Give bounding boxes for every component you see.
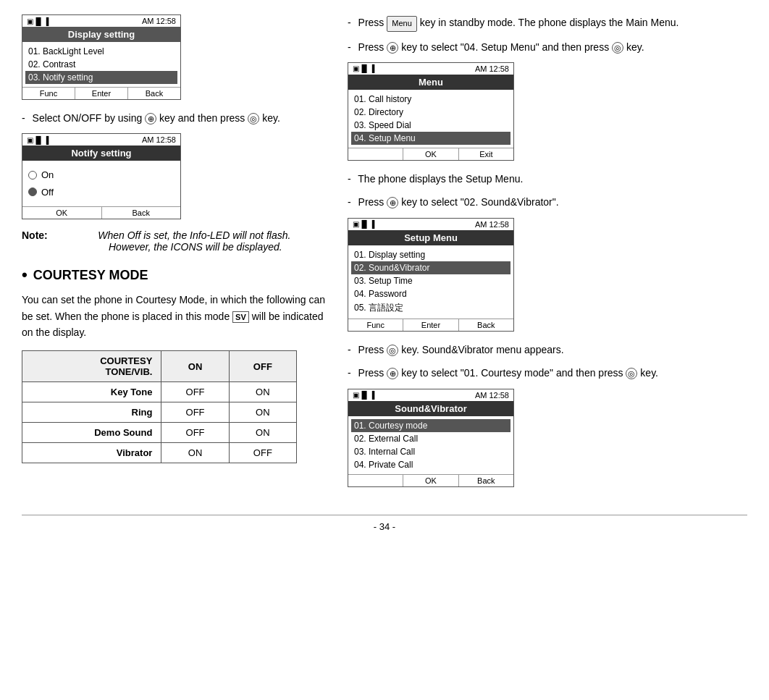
- list-item: 02. External Call: [354, 432, 508, 445]
- courtesy-mode-heading: COURTESY MODE: [22, 266, 326, 284]
- display-setting-screen: ▣▐▌▐ AM 12:58 Display setting 01. BackLi…: [22, 14, 181, 100]
- screen-time-1: AM 12:58: [142, 17, 176, 25]
- menu-title: Menu: [348, 75, 513, 90]
- keytone-on: OFF: [161, 382, 229, 402]
- footer-ok-menu[interactable]: OK: [403, 148, 458, 160]
- courtesy-body-text: You can set the phone in Courtesy Mode, …: [22, 292, 326, 340]
- bullet-press-menu: - Press Menu key in standby mode. The ph…: [348, 14, 747, 32]
- note-text-line1: When Off is set, the Info-LED will not f…: [98, 229, 290, 241]
- sound-vibrator-title: Sound&Vibrator: [348, 401, 513, 416]
- screen-header-sv: ▣▐▌▐ AM 12:58: [348, 389, 513, 401]
- screen-header-menu: ▣▐▌▐ AM 12:58: [348, 63, 513, 75]
- nav-icon-1: ⊕: [145, 113, 156, 125]
- table-row: Ring OFF ON: [22, 402, 297, 423]
- screen-time-sv: AM 12:58: [475, 391, 509, 400]
- footer-ok-notify[interactable]: OK: [22, 207, 102, 219]
- courtesy-table: COURTESYTONE/VIB. ON OFF Key Tone OFF ON…: [22, 350, 297, 463]
- footer-exit-menu[interactable]: Exit: [459, 148, 513, 160]
- menu-body: 01. Call history 02. Directory 03. Speed…: [348, 90, 513, 148]
- left-column: ▣▐▌▐ AM 12:58 Display setting 01. BackLi…: [22, 14, 326, 497]
- status-icons-setup: ▣▐▌▐: [353, 220, 374, 228]
- screen-footer-sv: OK Back: [348, 474, 513, 486]
- bullet-select-onoff: - Select ON/OFF by using ⊕ key and then …: [22, 110, 326, 126]
- table-header-courtesy: COURTESYTONE/VIB.: [22, 351, 161, 382]
- vibrator-off: OFF: [229, 443, 296, 463]
- table-row: Key Tone OFF ON: [22, 382, 297, 402]
- table-header-on: ON: [161, 351, 229, 382]
- footer-enter-setup[interactable]: Enter: [403, 319, 458, 331]
- radio-empty-icon: [28, 171, 37, 180]
- radio-on-label: On: [41, 166, 54, 183]
- radio-off-label: Off: [41, 184, 54, 201]
- note-section: Note: When Off is set, the Info-LED will…: [22, 229, 326, 253]
- display-setting-body: 01. BackLight Level 02. Contrast 03. Not…: [22, 42, 180, 87]
- list-item: 03. Setup Time: [354, 274, 508, 287]
- menu-screen: ▣▐▌▐ AM 12:58 Menu 01. Call history 02. …: [348, 62, 514, 161]
- menu-button-icon: Menu: [387, 16, 417, 32]
- table-row: Demo Sound OFF ON: [22, 423, 297, 443]
- list-item: 04. Password: [354, 287, 508, 300]
- ok-icon-1: ◎: [248, 113, 259, 125]
- screen-footer-1: Func Enter Back: [22, 87, 180, 99]
- table-row: Vibrator ON OFF: [22, 443, 297, 463]
- list-item-selected: 04. Setup Menu: [351, 132, 510, 145]
- page-number: - 34 -: [374, 521, 395, 532]
- bullet-phone-displays: - The phone displays the Setup Menu.: [348, 171, 747, 187]
- notify-setting-title: Notify setting: [22, 146, 180, 161]
- bullet-press-sound: - Press ⊕ key to select "02. Sound&Vibra…: [348, 194, 747, 210]
- setup-menu-body: 01. Display setting 02. Sound&Vibrator 0…: [348, 245, 513, 319]
- footer-func[interactable]: Func: [22, 88, 75, 99]
- demosound-off: ON: [229, 423, 296, 443]
- status-icons-menu: ▣▐▌▐: [353, 64, 374, 72]
- footer-empty-menu: [348, 148, 403, 160]
- status-icons-sv: ▣▐▌▐: [353, 391, 374, 399]
- screen-footer-setup: Func Enter Back: [348, 319, 513, 331]
- page-footer: - 34 -: [22, 515, 747, 532]
- footer-back[interactable]: Back: [128, 88, 180, 99]
- footer-back-setup[interactable]: Back: [459, 319, 513, 331]
- ok-icon-right: ◎: [612, 42, 623, 54]
- setup-menu-screen: ▣▐▌▐ AM 12:58 Setup Menu 01. Display set…: [348, 218, 514, 332]
- ok-icon-sv: ◎: [387, 345, 398, 356]
- screen-footer-2: OK Back: [22, 206, 180, 219]
- footer-func-setup[interactable]: Func: [348, 319, 403, 331]
- screen-footer-menu: OK Exit: [348, 148, 513, 160]
- right-column: - Press Menu key in standby mode. The ph…: [348, 14, 747, 497]
- nav-icon-sound: ⊕: [387, 197, 398, 208]
- bullet-press-ok-sv: - Press ◎ key. Sound&Vibrator menu appea…: [348, 342, 747, 358]
- list-item-selected: 03. Notify setting: [25, 71, 177, 84]
- bullet-press-courtesy: - Press ⊕ key to select "01. Courtesy mo…: [348, 365, 747, 381]
- row-label-vibrator: Vibrator: [22, 443, 161, 463]
- nav-icon-right: ⊕: [387, 42, 398, 54]
- list-item: 01. Display setting: [354, 248, 508, 261]
- list-item: 03. Internal Call: [354, 445, 508, 458]
- status-icons-1: ▣▐▌▐: [27, 17, 49, 25]
- list-item: 03. Speed Dial: [354, 119, 508, 132]
- ring-on: OFF: [161, 402, 229, 423]
- list-item: 02. Directory: [354, 106, 508, 119]
- screen-time-menu: AM 12:58: [475, 64, 509, 73]
- ok-icon-courtesy: ◎: [626, 368, 637, 379]
- screen-time-setup: AM 12:58: [475, 220, 509, 229]
- status-icons-2: ▣▐▌▐: [27, 136, 49, 144]
- footer-back-sv[interactable]: Back: [459, 475, 513, 486]
- sound-vibrator-body: 01. Courtesy mode 02. External Call 03. …: [348, 416, 513, 474]
- keytone-off: ON: [229, 382, 296, 402]
- ring-off: ON: [229, 402, 296, 423]
- radio-filled-icon: [28, 187, 37, 196]
- demosound-on: OFF: [161, 423, 229, 443]
- vibrator-on: ON: [161, 443, 229, 463]
- screen-time-2: AM 12:58: [142, 135, 176, 144]
- list-item: 01. Call history: [354, 93, 508, 106]
- page-container: ▣▐▌▐ AM 12:58 Display setting 01. BackLi…: [22, 14, 747, 497]
- footer-empty-sv: [348, 475, 403, 486]
- note-label: Note:: [22, 229, 59, 241]
- list-item: 04. Private Call: [354, 458, 508, 471]
- sv-icon: SV: [232, 311, 249, 323]
- radio-off: Off: [28, 184, 175, 201]
- footer-ok-sv[interactable]: OK: [403, 475, 458, 486]
- footer-enter[interactable]: Enter: [75, 88, 128, 99]
- setup-menu-title: Setup Menu: [348, 230, 513, 245]
- bullet-press-nav-setup: - Press ⊕ key to select "04. Setup Menu"…: [348, 39, 747, 55]
- footer-back-notify[interactable]: Back: [102, 207, 181, 219]
